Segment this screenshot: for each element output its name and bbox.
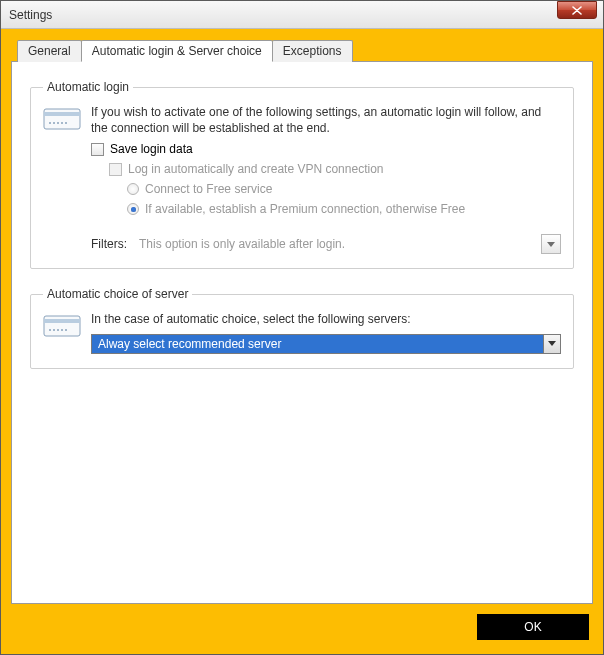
group-automatic-login-legend: Automatic login bbox=[43, 80, 133, 94]
checkbox-icon bbox=[91, 143, 104, 156]
svg-point-3 bbox=[53, 122, 55, 124]
group-automatic-login: Automatic login If you wish to activate … bbox=[30, 80, 574, 269]
body-area: General Automatic login & Server choice … bbox=[1, 29, 603, 654]
svg-rect-8 bbox=[44, 319, 80, 323]
radio-premium-label: If available, establish a Premium connec… bbox=[145, 202, 465, 216]
svg-point-11 bbox=[57, 329, 59, 331]
server-combo[interactable]: Alway select recommended server bbox=[91, 334, 561, 354]
server-combo-button[interactable] bbox=[543, 335, 560, 353]
svg-point-2 bbox=[49, 122, 51, 124]
tab-auto-login-server[interactable]: Automatic login & Server choice bbox=[81, 40, 273, 62]
radio-free-label: Connect to Free service bbox=[145, 182, 272, 196]
group-automatic-server: Automatic choice of server In the case o… bbox=[30, 287, 574, 368]
group-automatic-server-legend: Automatic choice of server bbox=[43, 287, 192, 301]
svg-point-6 bbox=[65, 122, 67, 124]
tab-strip: General Automatic login & Server choice … bbox=[17, 39, 593, 61]
save-login-checkbox-row[interactable]: Save login data bbox=[91, 142, 561, 156]
radio-icon bbox=[127, 183, 139, 195]
svg-point-12 bbox=[61, 329, 63, 331]
chevron-down-icon bbox=[548, 341, 556, 346]
close-button[interactable] bbox=[557, 1, 597, 19]
titlebar: Settings bbox=[1, 1, 603, 29]
radio-free-row: Connect to Free service bbox=[127, 182, 561, 196]
filters-text: This option is only available after logi… bbox=[139, 237, 529, 251]
server-combo-value: Alway select recommended server bbox=[92, 335, 543, 353]
tab-general[interactable]: General bbox=[17, 40, 82, 62]
svg-rect-1 bbox=[44, 112, 80, 116]
ok-button[interactable]: OK bbox=[477, 614, 589, 640]
server-card-icon bbox=[43, 313, 81, 339]
svg-point-5 bbox=[61, 122, 63, 124]
auto-login-help: If you wish to activate one of the follo… bbox=[91, 104, 561, 136]
tab-pane: Automatic login If you wish to activate … bbox=[11, 61, 593, 604]
server-content: In the case of automatic choice, select … bbox=[91, 311, 561, 353]
checkbox-icon bbox=[109, 163, 122, 176]
radio-premium-row: If available, establish a Premium connec… bbox=[127, 202, 561, 216]
save-login-label: Save login data bbox=[110, 142, 193, 156]
filters-label: Filters: bbox=[91, 237, 127, 251]
auto-vpn-checkbox-row: Log in automatically and create VPN conn… bbox=[109, 162, 561, 176]
filters-dropdown-button[interactable] bbox=[541, 234, 561, 254]
window-title: Settings bbox=[9, 8, 52, 22]
radio-icon bbox=[127, 203, 139, 215]
footer: OK bbox=[11, 604, 593, 644]
svg-point-4 bbox=[57, 122, 59, 124]
svg-point-9 bbox=[49, 329, 51, 331]
settings-window: Settings General Automatic login & Serve… bbox=[0, 0, 604, 655]
server-help: In the case of automatic choice, select … bbox=[91, 311, 561, 327]
chevron-down-icon bbox=[547, 242, 555, 247]
svg-point-13 bbox=[65, 329, 67, 331]
close-icon bbox=[572, 6, 582, 15]
tab-exceptions[interactable]: Exceptions bbox=[272, 40, 353, 62]
filters-row: Filters: This option is only available a… bbox=[91, 234, 561, 254]
auto-vpn-label: Log in automatically and create VPN conn… bbox=[128, 162, 384, 176]
ok-button-label: OK bbox=[524, 620, 541, 634]
login-card-icon bbox=[43, 106, 81, 132]
auto-login-content: If you wish to activate one of the follo… bbox=[91, 104, 561, 254]
svg-point-10 bbox=[53, 329, 55, 331]
